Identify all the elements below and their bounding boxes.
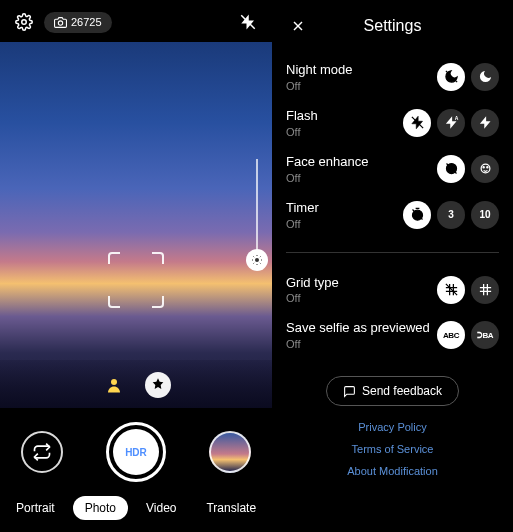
selfie-label: Save selfie as previewed: [286, 320, 437, 337]
shot-count-value: 26725: [71, 16, 102, 28]
settings-panel: Settings Night modeOff FlashOff A Face e…: [272, 0, 513, 532]
face-icon[interactable]: [101, 372, 127, 398]
timer-off-icon[interactable]: [403, 201, 431, 229]
flash-label: Flash: [286, 108, 403, 125]
row-grid-type: Grid typeOff: [286, 267, 499, 313]
viewfinder[interactable]: [0, 42, 272, 408]
flash-on-icon[interactable]: [471, 109, 499, 137]
timer-value: Off: [286, 218, 403, 230]
row-flash: FlashOff A: [286, 100, 499, 146]
mode-selector: Portrait Photo Video Translate: [0, 486, 272, 532]
row-face-enhance: Face enhanceOff: [286, 146, 499, 192]
shutter-label: HDR: [125, 447, 147, 458]
exposure-knob[interactable]: [246, 249, 268, 271]
svg-point-14: [486, 167, 487, 168]
face-off-icon[interactable]: [437, 155, 465, 183]
face-label: Face enhance: [286, 154, 437, 171]
row-timer: TimerOff 3 10: [286, 192, 499, 238]
link-terms[interactable]: Terms of Service: [286, 438, 499, 460]
feedback-label: Send feedback: [362, 384, 442, 398]
camera-topbar: 26725: [0, 0, 272, 42]
face-on-icon[interactable]: [471, 155, 499, 183]
svg-point-13: [483, 167, 484, 168]
selfie-normal-button[interactable]: ABC: [437, 321, 465, 349]
mode-photo[interactable]: Photo: [73, 496, 128, 520]
switch-icon: [32, 442, 52, 462]
send-feedback-button[interactable]: Send feedback: [326, 376, 459, 406]
row-night-mode: Night modeOff: [286, 54, 499, 100]
svg-point-4: [111, 379, 117, 385]
night-off-icon[interactable]: [437, 63, 465, 91]
lens-icon[interactable]: [145, 372, 171, 398]
selfie-mirror-button[interactable]: ↃBA: [471, 321, 499, 349]
mode-translate[interactable]: Translate: [194, 496, 268, 520]
camera-icon: [54, 16, 67, 29]
camera-pane: 26725: [0, 0, 272, 532]
gallery-thumbnail[interactable]: [209, 431, 251, 473]
timer-3-button[interactable]: 3: [437, 201, 465, 229]
link-about[interactable]: About Modification: [286, 460, 499, 482]
grid-label: Grid type: [286, 275, 437, 292]
shot-counter[interactable]: 26725: [44, 12, 112, 33]
svg-line-17: [445, 284, 456, 295]
sun-icon: [251, 254, 263, 266]
mode-video[interactable]: Video: [134, 496, 188, 520]
night-label: Night mode: [286, 62, 437, 79]
shutter-button[interactable]: HDR: [106, 422, 166, 482]
svg-text:A: A: [454, 115, 458, 121]
grid-off-icon[interactable]: [437, 276, 465, 304]
chat-icon: [343, 385, 356, 398]
settings-title: Settings: [286, 17, 499, 35]
footer-links: Privacy Policy Terms of Service About Mo…: [286, 416, 499, 482]
settings-header: Settings: [286, 8, 499, 54]
settings-gear-icon[interactable]: [10, 8, 38, 36]
night-on-icon[interactable]: [471, 63, 499, 91]
row-save-selfie: Save selfie as previewedOff ABC ↃBA: [286, 312, 499, 358]
exposure-slider[interactable]: [256, 159, 258, 269]
mode-portrait[interactable]: Portrait: [4, 496, 67, 520]
switch-camera-button[interactable]: [21, 431, 63, 473]
flash-value: Off: [286, 126, 403, 138]
face-value: Off: [286, 172, 437, 184]
viewfinder-tools: [0, 372, 272, 398]
night-value: Off: [286, 80, 437, 92]
flash-auto-icon[interactable]: A: [437, 109, 465, 137]
divider: [286, 252, 499, 253]
grid-on-icon[interactable]: [471, 276, 499, 304]
flash-off-icon[interactable]: [403, 109, 431, 137]
selfie-value: Off: [286, 338, 437, 350]
svg-point-3: [255, 258, 259, 262]
focus-brackets: [108, 252, 164, 308]
svg-point-1: [58, 20, 62, 24]
flash-toggle-icon[interactable]: [234, 8, 262, 36]
viewfinder-scene: [0, 42, 272, 408]
timer-10-button[interactable]: 10: [471, 201, 499, 229]
svg-point-0: [22, 20, 27, 25]
camera-controls: HDR: [0, 408, 272, 486]
link-privacy[interactable]: Privacy Policy: [286, 416, 499, 438]
grid-value: Off: [286, 292, 437, 304]
timer-label: Timer: [286, 200, 403, 217]
